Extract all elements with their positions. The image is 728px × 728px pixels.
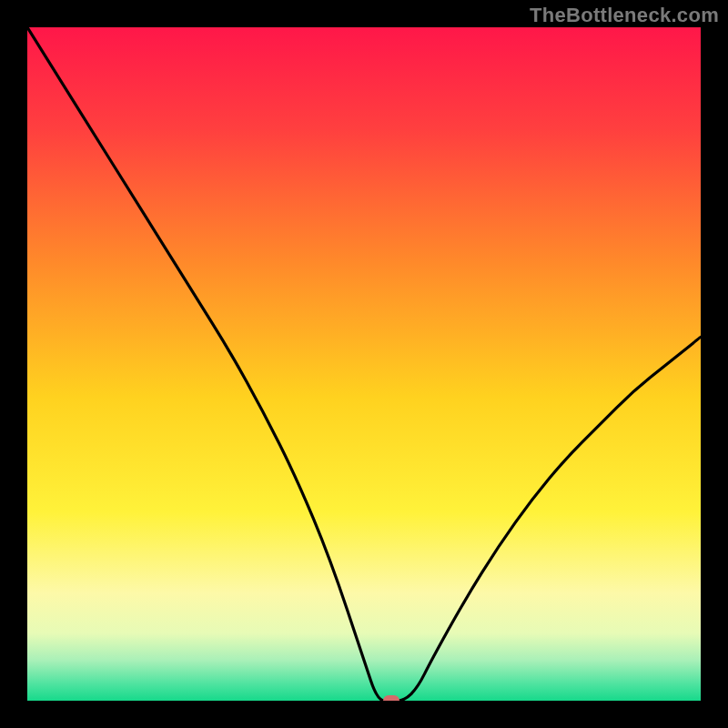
plot-area: [27, 27, 701, 701]
watermark-text: TheBottleneck.com: [530, 4, 719, 27]
chart-frame: TheBottleneck.com: [0, 0, 728, 728]
bottleneck-curve: [27, 27, 701, 701]
optimal-point-marker: [383, 695, 399, 701]
